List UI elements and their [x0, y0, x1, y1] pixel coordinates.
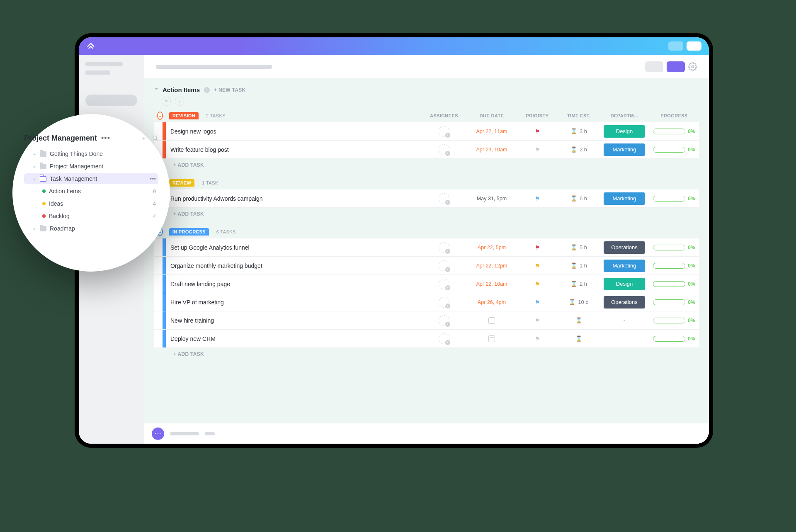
calendar-icon[interactable]: [488, 335, 495, 342]
chat-icon[interactable]: ⋯: [152, 428, 164, 440]
department-tag[interactable]: -: [604, 314, 645, 327]
priority-flag-icon[interactable]: ⚑: [535, 281, 540, 287]
time-estimate[interactable]: 6 h: [580, 195, 587, 202]
time-estimate[interactable]: 3 h: [580, 128, 587, 134]
department-tag[interactable]: Operations: [604, 241, 645, 254]
task-row[interactable]: Write feature blog post Apr 23, 10am ⚑ ⌛…: [154, 141, 699, 159]
priority-flag-icon[interactable]: ⚑: [535, 317, 540, 324]
task-name[interactable]: Organize monthly marketing budget: [166, 257, 421, 275]
hourglass-icon[interactable]: ⌛: [575, 317, 582, 323]
priority-flag-icon[interactable]: ⚑: [535, 146, 540, 153]
add-task-button[interactable]: + ADD TASK: [154, 348, 699, 360]
calendar-icon[interactable]: [488, 317, 495, 324]
sidebar-item[interactable]: ▸Getting Things Done: [24, 148, 158, 159]
search-placeholder[interactable]: [85, 95, 137, 106]
flag-filter-icon[interactable]: ⚑: [162, 97, 171, 106]
topbar-placeholder-button[interactable]: [668, 41, 683, 51]
topbar-placeholder-button[interactable]: [687, 41, 701, 51]
priority-flag-icon[interactable]: ⚑: [535, 128, 540, 135]
list-collapse-caret-icon[interactable]: [154, 88, 158, 92]
due-date[interactable]: Apr 22, 11am: [476, 129, 507, 134]
status-label[interactable]: REVISION: [169, 112, 199, 119]
task-row[interactable]: Set up Google Analytics funnel Apr 22, 5…: [154, 238, 699, 257]
task-row[interactable]: Run productivity Adwords campaign May 31…: [154, 189, 699, 208]
progress-indicator[interactable]: 0%: [653, 147, 695, 153]
time-estimate[interactable]: 1 h: [580, 262, 587, 269]
task-row[interactable]: Draft new landing page Apr 22, 10am ⚑ ⌛2…: [154, 275, 699, 293]
sidebar-item[interactable]: ▸Project Management: [24, 161, 158, 172]
sidebar-item[interactable]: Action Items9: [24, 186, 158, 197]
item-menu-icon[interactable]: •••: [150, 175, 156, 182]
task-name[interactable]: Deploy new CRM: [166, 330, 421, 347]
info-icon[interactable]: i: [204, 87, 210, 93]
department-tag[interactable]: Design: [604, 278, 645, 290]
priority-flag-icon[interactable]: ⚑: [535, 244, 540, 251]
assignee-add-icon[interactable]: [439, 315, 449, 326]
task-row[interactable]: Design new logos Apr 22, 11am ⚑ ⌛3 h Des…: [154, 122, 699, 141]
department-tag[interactable]: Marketing: [604, 143, 645, 156]
due-date[interactable]: Apr 22, 12pm: [476, 263, 507, 269]
task-row[interactable]: Organize monthly marketing budget Apr 22…: [154, 257, 699, 275]
assignee-add-icon[interactable]: [439, 297, 449, 308]
add-task-button[interactable]: + ADD TASK: [154, 208, 699, 220]
assignee-add-icon[interactable]: [439, 126, 449, 137]
progress-indicator[interactable]: 0%: [653, 299, 695, 305]
priority-flag-icon[interactable]: ⚑: [535, 262, 540, 269]
progress-indicator[interactable]: 0%: [653, 336, 695, 342]
assignee-add-icon[interactable]: [439, 144, 449, 155]
task-name[interactable]: New hire training: [166, 311, 421, 329]
due-date[interactable]: Apr 26, 4pm: [478, 299, 506, 305]
department-tag[interactable]: Design: [604, 125, 645, 138]
assignee-add-icon[interactable]: [439, 333, 449, 344]
assignee-add-icon[interactable]: [439, 242, 449, 253]
view-toggle-active-button[interactable]: [667, 61, 685, 72]
add-icon[interactable]: ＋: [141, 135, 147, 142]
due-date[interactable]: May 31, 5pm: [477, 196, 507, 202]
status-label[interactable]: REVIEW: [169, 179, 194, 187]
hourglass-icon[interactable]: ⌛: [575, 335, 582, 342]
task-name[interactable]: Set up Google Analytics funnel: [166, 238, 421, 256]
progress-indicator[interactable]: 0%: [653, 245, 695, 250]
assignee-add-icon[interactable]: [439, 193, 449, 204]
task-row[interactable]: Hire VP of marketing Apr 26, 4pm ⚑ ⌛10 d…: [154, 293, 699, 311]
progress-indicator[interactable]: 0%: [653, 196, 695, 202]
progress-indicator[interactable]: 0%: [653, 129, 695, 134]
department-tag[interactable]: -: [604, 333, 645, 345]
status-collapse-icon[interactable]: ⌄: [157, 112, 163, 120]
space-menu-icon[interactable]: •••: [101, 134, 110, 143]
time-estimate[interactable]: 2 h: [580, 281, 587, 287]
task-name[interactable]: Design new logos: [166, 122, 421, 140]
sidebar-item[interactable]: ▸Task Management•••: [24, 173, 158, 184]
priority-flag-icon[interactable]: ⚑: [535, 335, 540, 342]
priority-flag-icon[interactable]: ⚑: [535, 299, 540, 306]
assignee-add-icon[interactable]: [439, 260, 449, 271]
due-date[interactable]: Apr 22, 10am: [476, 281, 507, 287]
sidebar-item[interactable]: Backlog4: [24, 211, 158, 221]
task-name[interactable]: Run productivity Adwords campaign: [166, 189, 421, 207]
settings-gear-icon[interactable]: [688, 62, 697, 71]
progress-indicator[interactable]: 0%: [653, 263, 695, 269]
add-task-button[interactable]: + ADD TASK: [154, 159, 699, 171]
sidebar-item[interactable]: Ideas4: [24, 198, 158, 209]
time-estimate[interactable]: 2 h: [580, 146, 587, 153]
due-date[interactable]: Apr 22, 5pm: [478, 245, 506, 250]
time-estimate[interactable]: 5 h: [580, 244, 587, 250]
priority-flag-icon[interactable]: ⚑: [535, 195, 540, 202]
department-tag[interactable]: Marketing: [604, 260, 645, 272]
search-icon[interactable]: [152, 135, 158, 142]
status-label[interactable]: IN PROGRESS: [169, 228, 209, 236]
task-name[interactable]: Write feature blog post: [166, 141, 421, 158]
new-task-button[interactable]: + NEW TASK: [214, 87, 245, 93]
due-date[interactable]: Apr 23, 10am: [476, 147, 507, 153]
sidebar-item[interactable]: ▸Roadmap: [24, 223, 158, 234]
department-tag[interactable]: Operations: [604, 296, 645, 309]
progress-indicator[interactable]: 0%: [653, 318, 695, 323]
progress-indicator[interactable]: 0%: [653, 281, 695, 287]
department-tag[interactable]: Marketing: [604, 192, 645, 205]
assignee-filter-icon[interactable]: ☺: [175, 97, 184, 106]
assignee-add-icon[interactable]: [439, 279, 449, 289]
view-toggle-button[interactable]: [645, 61, 663, 72]
task-name[interactable]: Hire VP of marketing: [166, 293, 421, 311]
task-row[interactable]: New hire training ⚑ ⌛ - 0%: [154, 311, 699, 330]
task-name[interactable]: Draft new landing page: [166, 275, 421, 293]
